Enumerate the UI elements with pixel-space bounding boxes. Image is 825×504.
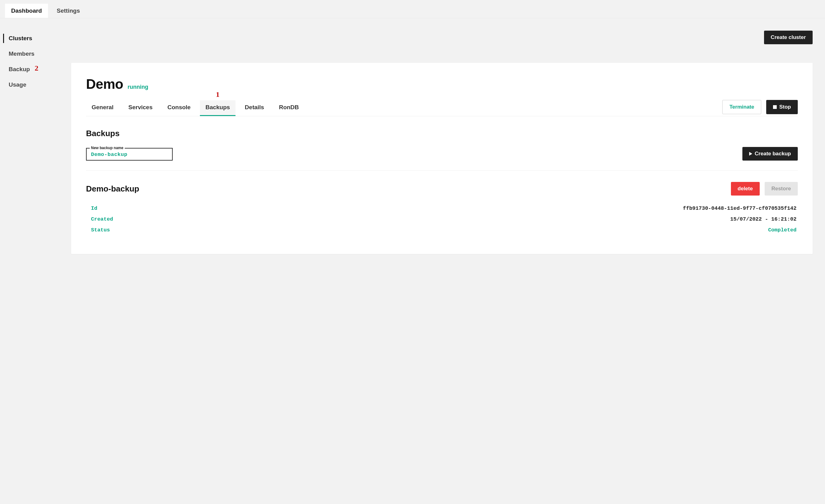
- sidebar: Clusters Members Backup 2 Usage: [0, 31, 71, 92]
- cluster-title: Demo: [86, 76, 123, 92]
- stop-button-label: Stop: [779, 104, 791, 110]
- detail-val: 15/07/2022 - 16:21:02: [730, 216, 797, 222]
- detail-row-created: Created 15/07/2022 - 16:21:02: [86, 214, 798, 225]
- cluster-tabs: General Services Console Backups 1 Detai…: [86, 100, 304, 116]
- create-backup-button[interactable]: Create backup: [742, 147, 798, 161]
- annotation-2: 2: [35, 64, 39, 72]
- detail-key: Status: [91, 227, 110, 233]
- stop-icon: [773, 105, 777, 109]
- sidebar-item-clusters[interactable]: Clusters: [5, 31, 71, 46]
- cluster-tab-details[interactable]: Details: [239, 100, 270, 116]
- status-badge: running: [128, 84, 148, 90]
- cluster-tab-services[interactable]: Services: [123, 100, 158, 116]
- sidebar-item-members[interactable]: Members: [5, 46, 71, 62]
- terminate-button[interactable]: Terminate: [722, 100, 761, 114]
- cluster-tab-rondb[interactable]: RonDB: [273, 100, 304, 116]
- cluster-panel: Demo running General Services Console Ba…: [71, 63, 813, 254]
- detail-row-status: Status Completed: [86, 225, 798, 236]
- cluster-tab-console[interactable]: Console: [162, 100, 196, 116]
- create-backup-label: Create backup: [755, 151, 791, 157]
- top-tab-bar: Dashboard Settings: [0, 0, 825, 18]
- restore-button[interactable]: Restore: [765, 182, 798, 195]
- backups-heading: Backups: [86, 129, 798, 138]
- cluster-tab-backups[interactable]: Backups 1: [200, 100, 235, 116]
- backup-details: Id ffb91730-0448-11ed-9f77-cf070535f142 …: [86, 203, 798, 236]
- stop-button[interactable]: Stop: [766, 100, 798, 114]
- cluster-tab-label: Backups: [206, 104, 230, 110]
- sidebar-item-label: Backup: [9, 66, 30, 72]
- tab-settings[interactable]: Settings: [51, 4, 86, 18]
- detail-key: Created: [91, 216, 113, 222]
- new-backup-fieldset: New backup name: [86, 148, 173, 161]
- create-cluster-button[interactable]: Create cluster: [764, 31, 813, 44]
- detail-key: Id: [91, 205, 97, 211]
- backup-item-title: Demo-backup: [86, 184, 139, 194]
- detail-row-id: Id ffb91730-0448-11ed-9f77-cf070535f142: [86, 203, 798, 214]
- cluster-tab-general[interactable]: General: [86, 100, 119, 116]
- sidebar-item-usage[interactable]: Usage: [5, 77, 71, 92]
- delete-button[interactable]: delete: [731, 182, 760, 195]
- detail-val: Completed: [768, 227, 797, 233]
- sidebar-item-backup[interactable]: Backup 2: [5, 62, 71, 77]
- tab-dashboard[interactable]: Dashboard: [5, 4, 48, 18]
- detail-val: ffb91730-0448-11ed-9f77-cf070535f142: [683, 205, 797, 211]
- backup-item: Demo-backup delete Restore Id ffb91730-0…: [86, 182, 798, 236]
- new-backup-label: New backup name: [90, 146, 125, 150]
- play-icon: [749, 152, 752, 156]
- new-backup-input[interactable]: [91, 152, 168, 158]
